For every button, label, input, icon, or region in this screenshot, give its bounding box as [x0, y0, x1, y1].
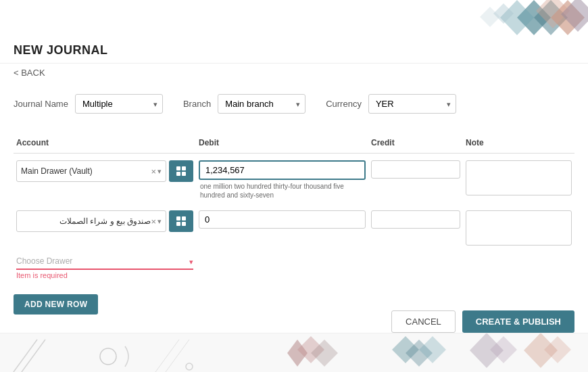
row2-note-cell [463, 208, 574, 251]
col-note: Note [463, 137, 574, 149]
row2-note-input[interactable] [466, 210, 572, 246]
row1-note-cell [463, 158, 574, 201]
currency-label: Currency [326, 99, 362, 109]
row2-action-button[interactable] [169, 210, 193, 232]
row1-account-input: Main Drawer (Vault) × ▾ [16, 160, 166, 182]
journal-name-group: Journal Name Multiple [14, 94, 163, 114]
branch-select[interactable]: Main branch [218, 94, 305, 114]
col-debit: Debit [196, 137, 368, 149]
row1-action-button[interactable] [169, 160, 193, 182]
drawer-row: Choose Drawer Item is required [14, 251, 196, 282]
row1-account-cell: Main Drawer (Vault) × ▾ [14, 158, 196, 185]
table-row: Main Drawer (Vault) × ▾ one million two … [14, 158, 574, 202]
row1-debit-input[interactable] [199, 160, 366, 180]
row1-note-input[interactable] [466, 160, 572, 195]
table-row-2: صندوق بيع و شراء الصملات × ▾ [14, 208, 574, 282]
branch-select-wrapper[interactable]: Main branch [218, 94, 305, 114]
svg-point-13 [186, 363, 193, 370]
form-area: Journal Name Multiple Branch Main branch [0, 82, 588, 133]
back-label: < BACK [14, 68, 45, 78]
main-content: NEW JOURNAL < BACK Journal Name Multiple… [0, 35, 588, 372]
row1-credit-cell [368, 158, 463, 181]
add-new-row-button[interactable]: ADD NEW ROW [14, 294, 98, 315]
row1-debit-cell: one million two hundred thirty-four thou… [196, 158, 368, 202]
row1-clear-icon[interactable]: × [151, 166, 156, 177]
row-2: صندوق بيع و شراء الصملات × ▾ [14, 208, 574, 251]
row2-debit-cell [196, 208, 368, 231]
back-link[interactable]: < BACK [0, 64, 59, 82]
grid-icon [176, 166, 186, 176]
journal-name-select[interactable]: Multiple [75, 94, 163, 114]
svg-line-11 [155, 340, 179, 372]
row1-account-text: Main Drawer (Vault) [21, 166, 151, 176]
create-publish-button[interactable]: CREATE & PUBLISH [462, 310, 574, 333]
table-header: Account Debit Credit Note [14, 133, 574, 154]
row2-account-cell: صندوق بيع و شراء الصملات × ▾ [14, 208, 196, 235]
journal-name-select-wrapper[interactable]: Multiple [75, 94, 163, 114]
currency-group: Currency YER [326, 94, 456, 114]
row2-dropdown-icon[interactable]: ▾ [157, 217, 162, 226]
row2-debit-input[interactable] [199, 210, 366, 229]
row2-account-input: صندوق بيع و شراء الصملات × ▾ [16, 210, 166, 232]
col-credit: Credit [368, 137, 463, 149]
cancel-button[interactable]: CANCEL [391, 310, 456, 333]
table-area: Account Debit Credit Note Main Drawer (V… [0, 133, 588, 282]
currency-select[interactable]: YER [368, 94, 456, 114]
drawer-error-text: Item is required [16, 271, 193, 279]
header-decoration [0, 0, 588, 35]
row1-debit-hint: one million two hundred thirty-four thou… [199, 182, 366, 200]
row-1: Main Drawer (Vault) × ▾ one million two … [14, 158, 574, 202]
row2-clear-icon[interactable]: × [151, 216, 156, 227]
bottom-actions: CANCEL CREATE & PUBLISH [391, 310, 574, 333]
row1-dropdown-icon[interactable]: ▾ [157, 167, 162, 176]
choose-drawer-select[interactable]: Choose Drawer [16, 254, 193, 270]
svg-point-10 [100, 348, 116, 365]
bottom-decoration [0, 333, 588, 372]
bottom-deco-svg [0, 333, 588, 372]
form-row: Journal Name Multiple Branch Main branch [14, 94, 574, 114]
currency-select-wrapper[interactable]: YER [368, 94, 456, 114]
title-bar: NEW JOURNAL [0, 35, 588, 64]
journal-name-label: Journal Name [14, 99, 68, 109]
branch-group: Branch Main branch [183, 94, 305, 114]
row2-credit-cell [368, 208, 463, 231]
choose-drawer-wrapper[interactable]: Choose Drawer [16, 254, 193, 270]
branch-label: Branch [183, 99, 211, 109]
row1-credit-input[interactable] [371, 160, 460, 179]
col-account: Account [14, 137, 196, 149]
row2-account-text: صندوق بيع و شراء الصملات [21, 216, 151, 226]
top-decoration-svg [385, 0, 588, 35]
row2-credit-input[interactable] [371, 210, 460, 229]
grid-icon-2 [176, 216, 186, 226]
page-title: NEW JOURNAL [14, 43, 574, 57]
